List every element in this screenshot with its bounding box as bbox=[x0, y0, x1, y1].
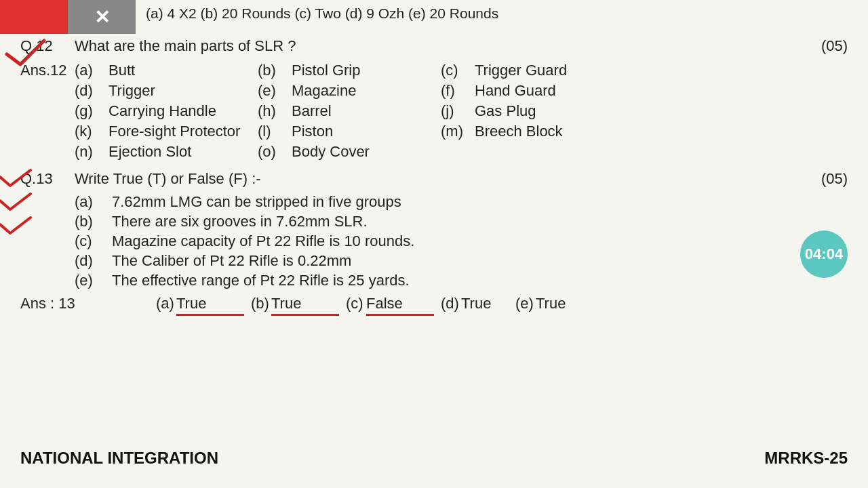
q13-d-letter: (d) bbox=[75, 252, 112, 270]
ans13-a-letter: (a) bbox=[156, 295, 176, 312]
ans12-c-letter: (c) bbox=[441, 62, 475, 79]
ans12-a-text: Butt bbox=[108, 62, 258, 79]
ans12-f-letter: (f) bbox=[441, 82, 475, 100]
ans12-l-letter: (l) bbox=[258, 123, 292, 140]
ans13-d-letter: (d) bbox=[441, 295, 461, 312]
ans12-f-text: Hand Guard bbox=[475, 82, 556, 100]
ans13-d-value: True bbox=[461, 295, 515, 312]
ans12-k-text: Fore-sight Protector bbox=[108, 123, 258, 140]
ans13-b-value: True bbox=[271, 295, 339, 316]
ans13-c-value: False bbox=[366, 295, 434, 316]
red-block bbox=[0, 0, 68, 34]
close-button[interactable]: ✕ bbox=[68, 0, 136, 34]
timer-badge: 04:04 bbox=[800, 230, 848, 278]
ans12-h-text: Barrel bbox=[292, 102, 441, 120]
check-q12 bbox=[0, 34, 54, 68]
q13-item-d: (d) The Caliber of Pt 22 Rifle is 0.22mm bbox=[75, 252, 848, 270]
ans12-m-letter: (m) bbox=[441, 123, 475, 140]
q13-d-text: The Caliber of Pt 22 Rifle is 0.22mm bbox=[112, 252, 351, 270]
check-q13 bbox=[0, 167, 64, 248]
ans12-k-letter: (k) bbox=[75, 123, 108, 140]
ans12-d-text: Trigger bbox=[108, 82, 258, 100]
ans12-c-text: Trigger Guard bbox=[475, 62, 567, 79]
ans13-e-letter: (e) bbox=[515, 295, 536, 312]
ans13-a-value: True bbox=[176, 295, 244, 316]
ans12-d-letter: (d) bbox=[75, 82, 108, 100]
ans12-row1: Ans.12 (a) Butt (b) Pistol Grip (c) Trig… bbox=[20, 62, 848, 79]
ans12-a-letter: (a) bbox=[75, 62, 108, 79]
ans12-g-text: Carrying Handle bbox=[108, 102, 258, 120]
q13-e-letter: (e) bbox=[75, 272, 112, 289]
ans12-h-letter: (h) bbox=[258, 102, 292, 120]
main-content: Q.12 What are the main parts of SLR ? (0… bbox=[20, 37, 848, 316]
top-row-answers: (a) 4 X2 (b) 20 Rounds (c) Two (d) 9 Ozh… bbox=[146, 5, 498, 22]
top-bar: ✕ bbox=[0, 0, 136, 34]
ans12-row2: (d) Trigger (e) Magazine (f) Hand Guard bbox=[75, 82, 848, 100]
q13-c-letter: (c) bbox=[75, 232, 112, 250]
q13-item-a: (a) 7.62mm LMG can be stripped in five g… bbox=[75, 193, 848, 211]
ans13-c-letter: (c) bbox=[346, 295, 366, 312]
ans12-j-text: Gas Plug bbox=[475, 102, 536, 120]
close-icon: ✕ bbox=[94, 6, 110, 28]
footer-left: NATIONAL INTEGRATION bbox=[20, 449, 218, 468]
ans12-o-text: Body Cover bbox=[292, 143, 370, 161]
ans12-n-text: Ejection Slot bbox=[108, 143, 258, 161]
ans12-row3: (g) Carrying Handle (h) Barrel (j) Gas P… bbox=[75, 102, 848, 120]
q12-marks: (05) bbox=[821, 37, 848, 55]
ans12-b-letter: (b) bbox=[258, 62, 292, 79]
q13-a-letter: (a) bbox=[75, 193, 112, 211]
ans12-l-text: Piston bbox=[292, 123, 441, 140]
q12-text: What are the main parts of SLR ? bbox=[75, 37, 821, 55]
ans12-b-text: Pistol Grip bbox=[292, 62, 441, 79]
ans12-j-letter: (j) bbox=[441, 102, 475, 120]
ans13-label: Ans : 13 bbox=[20, 295, 156, 312]
q13-c-text: Magazine capacity of Pt 22 Rifle is 10 r… bbox=[112, 232, 414, 250]
q13-item-b: (b) There are six grooves in 7.62mm SLR. bbox=[75, 213, 848, 230]
timer-value: 04:04 bbox=[805, 245, 843, 263]
question-12-row: Q.12 What are the main parts of SLR ? (0… bbox=[20, 37, 848, 55]
q13-items: (a) 7.62mm LMG can be stripped in five g… bbox=[75, 193, 848, 289]
q13-item-e: (e) The effective range of Pt 22 Rifle i… bbox=[75, 272, 848, 289]
ans13-e-value: True bbox=[536, 295, 566, 312]
q13-e-text: The effective range of Pt 22 Rifle is 25… bbox=[112, 272, 410, 289]
ans12-m-text: Breech Block bbox=[475, 123, 563, 140]
ans12-n-letter: (n) bbox=[75, 143, 108, 161]
ans13-b-letter: (b) bbox=[251, 295, 271, 312]
ans13-row: Ans : 13 (a) True (b) True (c) False (d)… bbox=[20, 295, 848, 316]
q13-a-text: 7.62mm LMG can be stripped in five group… bbox=[112, 193, 401, 211]
ans12-e-letter: (e) bbox=[258, 82, 292, 100]
q13-item-c: (c) Magazine capacity of Pt 22 Rifle is … bbox=[75, 232, 848, 250]
q13-marks: (05) bbox=[821, 170, 848, 188]
answer-12-block: Ans.12 (a) Butt (b) Pistol Grip (c) Trig… bbox=[20, 62, 848, 161]
q13-b-text: There are six grooves in 7.62mm SLR. bbox=[112, 213, 368, 230]
footer-right: MRRKS-25 bbox=[764, 449, 848, 468]
q13-b-letter: (b) bbox=[75, 213, 112, 230]
ans12-o-letter: (o) bbox=[258, 143, 292, 161]
question-13-row: Q.13 Write True (T) or False (F) :- (05) bbox=[20, 170, 848, 188]
ans12-e-text: Magazine bbox=[292, 82, 441, 100]
ans12-g-letter: (g) bbox=[75, 102, 108, 120]
ans12-row4: (k) Fore-sight Protector (l) Piston (m) … bbox=[75, 123, 848, 140]
ans12-row5: (n) Ejection Slot (o) Body Cover bbox=[75, 143, 848, 161]
footer: NATIONAL INTEGRATION MRRKS-25 bbox=[20, 449, 848, 468]
q13-text: Write True (T) or False (F) :- bbox=[75, 170, 821, 188]
